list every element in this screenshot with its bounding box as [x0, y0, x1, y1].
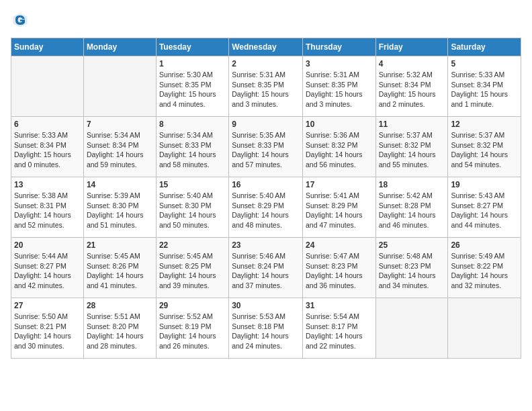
calendar-cell [448, 298, 521, 359]
cell-content: Sunrise: 5:37 AMSunset: 8:32 PMDaylight:… [451, 130, 518, 170]
day-number: 5 [451, 59, 518, 68]
calendar-cell: 15Sunrise: 5:40 AMSunset: 8:30 PMDayligh… [156, 177, 228, 238]
calendar-cell: 10Sunrise: 5:36 AMSunset: 8:32 PMDayligh… [302, 117, 375, 177]
day-number: 26 [451, 240, 518, 250]
day-number: 13 [14, 180, 81, 189]
calendar-cell: 21Sunrise: 5:45 AMSunset: 8:26 PMDayligh… [83, 238, 156, 298]
day-number: 11 [379, 120, 445, 129]
cell-content: Sunrise: 5:33 AMSunset: 8:34 PMDaylight:… [451, 70, 518, 109]
calendar-table: SundayMondayTuesdayWednesdayThursdayFrid… [11, 38, 521, 359]
cell-content: Sunrise: 5:48 AMSunset: 8:23 PMDaylight:… [379, 251, 445, 291]
calendar-cell: 16Sunrise: 5:40 AMSunset: 8:29 PMDayligh… [229, 177, 303, 238]
cell-content: Sunrise: 5:39 AMSunset: 8:30 PMDaylight:… [87, 191, 153, 230]
calendar-cell: 11Sunrise: 5:37 AMSunset: 8:32 PMDayligh… [375, 117, 448, 177]
cell-content: Sunrise: 5:31 AMSunset: 8:35 PMDaylight:… [306, 70, 373, 109]
calendar-cell: 1Sunrise: 5:30 AMSunset: 8:35 PMDaylight… [156, 56, 228, 117]
cell-content: Sunrise: 5:36 AMSunset: 8:32 PMDaylight:… [306, 130, 373, 170]
calendar-cell: 7Sunrise: 5:34 AMSunset: 8:34 PMDaylight… [83, 117, 156, 177]
calendar-cell: 30Sunrise: 5:53 AMSunset: 8:18 PMDayligh… [229, 298, 303, 359]
day-number: 15 [159, 180, 226, 189]
calendar-cell: 14Sunrise: 5:39 AMSunset: 8:30 PMDayligh… [83, 177, 156, 238]
cell-content: Sunrise: 5:45 AMSunset: 8:26 PMDaylight:… [87, 251, 153, 291]
cell-content: Sunrise: 5:44 AMSunset: 8:27 PMDaylight:… [14, 251, 81, 291]
calendar-cell: 3Sunrise: 5:31 AMSunset: 8:35 PMDaylight… [302, 56, 375, 117]
calendar-cell [11, 56, 84, 117]
day-number: 1 [159, 59, 226, 68]
day-number: 18 [379, 180, 445, 189]
calendar-cell: 31Sunrise: 5:54 AMSunset: 8:17 PMDayligh… [302, 298, 375, 359]
cell-content: Sunrise: 5:41 AMSunset: 8:29 PMDaylight:… [306, 191, 373, 230]
cell-content: Sunrise: 5:43 AMSunset: 8:27 PMDaylight:… [451, 191, 518, 230]
cell-content: Sunrise: 5:31 AMSunset: 8:35 PMDaylight:… [232, 70, 300, 109]
day-number: 28 [87, 301, 153, 310]
calendar-cell: 8Sunrise: 5:34 AMSunset: 8:33 PMDaylight… [156, 117, 228, 177]
calendar-cell: 4Sunrise: 5:32 AMSunset: 8:34 PMDaylight… [375, 56, 448, 117]
cell-content: Sunrise: 5:34 AMSunset: 8:34 PMDaylight:… [87, 130, 153, 170]
weekday-header-thursday: Thursday [302, 38, 375, 56]
day-number: 6 [14, 120, 81, 129]
cell-content: Sunrise: 5:30 AMSunset: 8:35 PMDaylight:… [159, 70, 226, 109]
calendar-cell: 18Sunrise: 5:42 AMSunset: 8:28 PMDayligh… [375, 177, 448, 238]
cell-content: Sunrise: 5:42 AMSunset: 8:28 PMDaylight:… [379, 191, 445, 230]
calendar-cell: 28Sunrise: 5:51 AMSunset: 8:20 PMDayligh… [83, 298, 156, 359]
calendar-cell: 20Sunrise: 5:44 AMSunset: 8:27 PMDayligh… [11, 238, 84, 298]
calendar-cell: 29Sunrise: 5:52 AMSunset: 8:19 PMDayligh… [156, 298, 228, 359]
day-number: 22 [159, 240, 226, 250]
cell-content: Sunrise: 5:45 AMSunset: 8:25 PMDaylight:… [159, 251, 226, 291]
day-number: 12 [451, 120, 518, 129]
day-number: 9 [232, 120, 300, 129]
cell-content: Sunrise: 5:37 AMSunset: 8:32 PMDaylight:… [379, 130, 445, 170]
calendar-cell: 9Sunrise: 5:35 AMSunset: 8:33 PMDaylight… [229, 117, 303, 177]
day-number: 23 [232, 240, 300, 250]
day-number: 14 [87, 180, 153, 189]
weekday-header-sunday: Sunday [11, 38, 84, 56]
cell-content: Sunrise: 5:40 AMSunset: 8:29 PMDaylight:… [232, 191, 300, 230]
calendar-cell: 23Sunrise: 5:46 AMSunset: 8:24 PMDayligh… [229, 238, 303, 298]
day-number: 16 [232, 180, 300, 189]
calendar-cell: 24Sunrise: 5:47 AMSunset: 8:23 PMDayligh… [302, 238, 375, 298]
weekday-header-saturday: Saturday [448, 38, 521, 56]
cell-content: Sunrise: 5:52 AMSunset: 8:19 PMDaylight:… [159, 312, 226, 351]
calendar-cell: 26Sunrise: 5:49 AMSunset: 8:22 PMDayligh… [448, 238, 521, 298]
cell-content: Sunrise: 5:54 AMSunset: 8:17 PMDaylight:… [306, 312, 373, 351]
day-number: 29 [159, 301, 226, 310]
cell-content: Sunrise: 5:46 AMSunset: 8:24 PMDaylight:… [232, 251, 300, 291]
weekday-header-tuesday: Tuesday [156, 38, 228, 56]
calendar-cell: 12Sunrise: 5:37 AMSunset: 8:32 PMDayligh… [448, 117, 521, 177]
cell-content: Sunrise: 5:40 AMSunset: 8:30 PMDaylight:… [159, 191, 226, 230]
week-row-5: 27Sunrise: 5:50 AMSunset: 8:21 PMDayligh… [11, 298, 521, 359]
week-row-1: 1Sunrise: 5:30 AMSunset: 8:35 PMDaylight… [11, 56, 521, 117]
cell-content: Sunrise: 5:49 AMSunset: 8:22 PMDaylight:… [451, 251, 518, 291]
calendar-cell: 22Sunrise: 5:45 AMSunset: 8:25 PMDayligh… [156, 238, 228, 298]
day-number: 19 [451, 180, 518, 189]
calendar-cell [375, 298, 448, 359]
calendar-cell [83, 56, 156, 117]
calendar-cell: 27Sunrise: 5:50 AMSunset: 8:21 PMDayligh… [11, 298, 84, 359]
calendar-cell: 25Sunrise: 5:48 AMSunset: 8:23 PMDayligh… [375, 238, 448, 298]
day-number: 4 [379, 59, 445, 68]
day-number: 20 [14, 240, 81, 250]
weekday-header-row: SundayMondayTuesdayWednesdayThursdayFrid… [11, 38, 521, 56]
day-number: 10 [306, 120, 373, 129]
calendar-cell: 6Sunrise: 5:33 AMSunset: 8:34 PMDaylight… [11, 117, 84, 177]
logo-icon [11, 11, 30, 30]
weekday-header-monday: Monday [83, 38, 156, 56]
calendar-cell: 13Sunrise: 5:38 AMSunset: 8:31 PMDayligh… [11, 177, 84, 238]
day-number: 31 [306, 301, 373, 310]
page-header [11, 11, 521, 30]
week-row-2: 6Sunrise: 5:33 AMSunset: 8:34 PMDaylight… [11, 117, 521, 177]
cell-content: Sunrise: 5:35 AMSunset: 8:33 PMDaylight:… [232, 130, 300, 170]
day-number: 7 [87, 120, 153, 129]
cell-content: Sunrise: 5:33 AMSunset: 8:34 PMDaylight:… [14, 130, 81, 170]
day-number: 21 [87, 240, 153, 250]
calendar-cell: 5Sunrise: 5:33 AMSunset: 8:34 PMDaylight… [448, 56, 521, 117]
week-row-4: 20Sunrise: 5:44 AMSunset: 8:27 PMDayligh… [11, 238, 521, 298]
cell-content: Sunrise: 5:47 AMSunset: 8:23 PMDaylight:… [306, 251, 373, 291]
day-number: 24 [306, 240, 373, 250]
day-number: 3 [306, 59, 373, 68]
calendar-cell: 17Sunrise: 5:41 AMSunset: 8:29 PMDayligh… [302, 177, 375, 238]
day-number: 27 [14, 301, 81, 310]
cell-content: Sunrise: 5:50 AMSunset: 8:21 PMDaylight:… [14, 312, 81, 351]
cell-content: Sunrise: 5:32 AMSunset: 8:34 PMDaylight:… [379, 70, 445, 109]
cell-content: Sunrise: 5:34 AMSunset: 8:33 PMDaylight:… [159, 130, 226, 170]
